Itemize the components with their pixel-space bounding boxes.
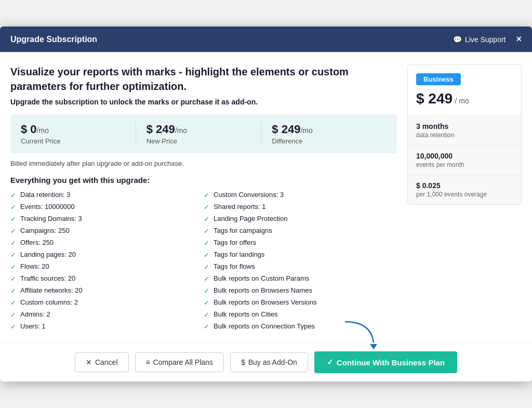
- check-icon: ✓: [10, 323, 16, 331]
- check-icon: ✓: [204, 311, 209, 319]
- feature-item: ✓Bulk reports on Browsers Names: [204, 286, 397, 295]
- new-price-label: New Price: [147, 137, 261, 145]
- feature-item: ✓Users: 1: [10, 322, 204, 331]
- plan-price: $ 249: [416, 90, 453, 107]
- cancel-button[interactable]: ✕ Cancel: [75, 352, 129, 372]
- check-icon: ✓: [10, 311, 16, 319]
- plan-detail-label: events per month: [416, 161, 513, 168]
- modal-header: Upgrade Subscription 💬 Live Support ×: [0, 27, 532, 52]
- check-icon: ✓: [10, 239, 16, 247]
- svg-marker-0: [370, 344, 377, 349]
- check-icon: ✓: [10, 263, 16, 271]
- feature-item: ✓Tracking Domains: 3: [10, 215, 204, 223]
- check-icon: ✓: [204, 275, 209, 283]
- buy-addon-button[interactable]: $ Buy as Add-On: [230, 352, 308, 372]
- plan-detail-item: 10,000,000events per month: [408, 145, 521, 175]
- billed-note: Billed immediately after plan upgrade or…: [10, 160, 397, 167]
- plan-detail-value: 10,000,000: [416, 152, 513, 160]
- check-icon: ✓: [204, 287, 209, 295]
- check-icon: ✓: [10, 215, 16, 223]
- arrow-decoration: [340, 319, 381, 350]
- check-icon: ✓: [10, 287, 16, 295]
- pricing-box: $ 0/mo Current Price $ 249/mo New Price …: [10, 114, 397, 153]
- check-icon: ✓: [10, 251, 16, 259]
- check-icon: ✓: [10, 203, 16, 211]
- feature-item: ✓Landing pages: 20: [10, 251, 204, 259]
- upgrade-title: Everything you get with this upgrade:: [10, 176, 397, 185]
- feature-item: ✓Bulk reports on Cities: [204, 310, 397, 319]
- plan-detail-item: 3 monthsdata retention: [408, 115, 521, 145]
- feature-item: ✓Admins: 2: [10, 310, 204, 319]
- check-icon: ✓: [204, 263, 209, 271]
- features-col-right: ✓Custom Conversions: 3✓Shared reports: 1…: [204, 191, 397, 334]
- plan-badge: Business: [416, 73, 461, 85]
- close-button[interactable]: ×: [516, 34, 522, 45]
- main-content: Visualize your reports with marks - high…: [10, 64, 397, 334]
- check-icon: ✓: [204, 227, 209, 235]
- feature-item: ✓Offers: 250: [10, 239, 204, 247]
- check-icon: ✓: [204, 299, 209, 307]
- feature-item: ✓Tags for offers: [204, 239, 397, 247]
- check-icon: ✓: [204, 215, 209, 223]
- modal-body: Visualize your reports with marks - high…: [0, 52, 532, 334]
- feature-item: ✓Landing Page Protection: [204, 215, 397, 223]
- live-support-button[interactable]: 💬 Live Support: [453, 35, 506, 44]
- feature-item: ✓Shared reports: 1: [204, 203, 397, 211]
- feature-item: ✓Data retention: 3: [10, 191, 204, 199]
- features-col-left: ✓Data retention: 3✓Events: 10000000✓Trac…: [10, 191, 204, 334]
- continue-button[interactable]: ✓ Continue With Business Plan: [314, 351, 457, 373]
- feature-item: ✓Bulk reports on Custom Params: [204, 274, 397, 283]
- plan-detail-label: per 1,000 events overage: [416, 191, 513, 198]
- plan-details: 3 monthsdata retention10,000,000events p…: [408, 115, 521, 204]
- current-price-amount: $ 0/mo: [21, 123, 136, 136]
- feature-item: ✓Campaigns: 250: [10, 227, 204, 235]
- check-icon: ✓: [10, 275, 16, 283]
- compare-plans-button[interactable]: ≡ Compare All Plans: [135, 352, 224, 372]
- current-price-label: Current Price: [21, 137, 136, 145]
- plan-detail-label: data retention: [416, 131, 513, 139]
- check-icon: ✓: [10, 299, 16, 307]
- check-icon: ✓: [10, 191, 16, 199]
- feature-item: ✓Tags for landings: [204, 251, 397, 259]
- check-icon: ✓: [327, 358, 334, 367]
- feature-item: ✓Bulk reports on Browsers Versions: [204, 298, 397, 307]
- difference-price-item: $ 249/mo Difference: [261, 123, 387, 145]
- hero-subtitle: Upgrade the subscription to unlock the m…: [10, 98, 397, 106]
- difference-price-label: Difference: [272, 137, 387, 145]
- modal-title: Upgrade Subscription: [10, 35, 97, 44]
- plan-detail-value: 3 months: [416, 122, 513, 130]
- list-icon: ≡: [146, 358, 150, 366]
- feature-item: ✓Traffic sources: 20: [10, 274, 204, 283]
- feature-item: ✓Tags for flows: [204, 262, 397, 271]
- dollar-icon: $: [241, 358, 245, 366]
- plan-card: Business $ 249 / mo 3 monthsdata retenti…: [407, 64, 522, 205]
- check-icon: ✓: [204, 323, 209, 331]
- plan-price-row: $ 249 / mo: [416, 90, 513, 107]
- hero-title: Visualize your reports with marks - high…: [10, 64, 397, 94]
- current-price-item: $ 0/mo Current Price: [21, 123, 136, 145]
- feature-item: ✓Events: 10000000: [10, 203, 204, 211]
- new-price-amount: $ 249/mo: [147, 123, 261, 136]
- feature-item: ✓Affiliate networks: 20: [10, 286, 204, 295]
- plan-price-unit: / mo: [455, 97, 469, 105]
- header-right: 💬 Live Support ×: [453, 34, 522, 45]
- feature-item: ✓Custom columns: 2: [10, 298, 204, 307]
- plan-card-header: Business $ 249 / mo: [408, 65, 521, 115]
- plan-detail-item: $ 0.025per 1,000 events overage: [408, 175, 521, 204]
- difference-price-amount: $ 249/mo: [272, 123, 387, 136]
- plan-detail-value: $ 0.025: [416, 181, 513, 190]
- chat-icon: 💬: [453, 35, 462, 44]
- feature-item: ✓Tags for campaigns: [204, 227, 397, 235]
- upgrade-modal: Upgrade Subscription 💬 Live Support × Vi…: [0, 27, 532, 381]
- new-price-item: $ 249/mo New Price: [136, 123, 261, 145]
- plan-sidebar: Business $ 249 / mo 3 monthsdata retenti…: [407, 64, 522, 334]
- cancel-icon: ✕: [86, 358, 92, 366]
- check-icon: ✓: [204, 191, 209, 199]
- feature-item: ✓Custom Conversions: 3: [204, 191, 397, 199]
- feature-item: ✓Flows: 20: [10, 262, 204, 271]
- check-icon: ✓: [204, 203, 209, 211]
- check-icon: ✓: [10, 227, 16, 235]
- modal-footer: ✕ Cancel ≡ Compare All Plans $ Buy as Ad…: [0, 343, 532, 381]
- check-icon: ✓: [204, 251, 209, 259]
- check-icon: ✓: [204, 239, 209, 247]
